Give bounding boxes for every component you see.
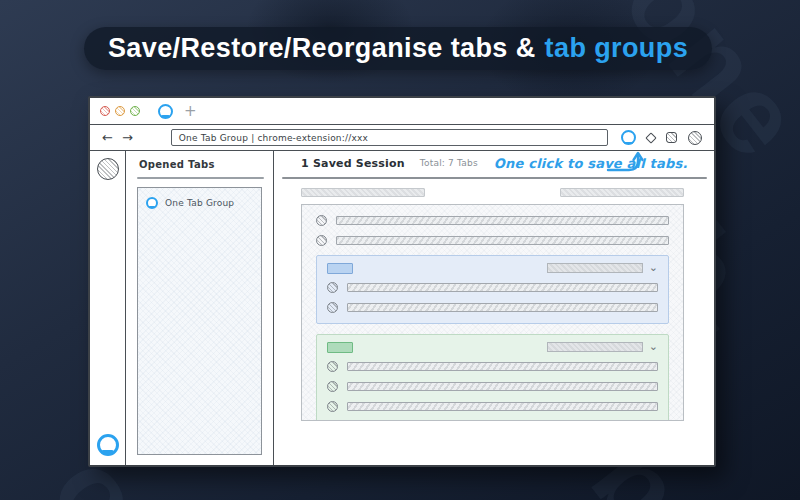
page: one ab. o o o b Save/Restore/Reorganise … bbox=[0, 0, 800, 500]
group-header: ⌄ bbox=[327, 342, 658, 353]
traffic-light-icon[interactable] bbox=[100, 106, 110, 116]
toolbar-icons bbox=[621, 130, 702, 145]
tab-row[interactable] bbox=[327, 302, 658, 313]
tab-row[interactable] bbox=[327, 381, 658, 392]
tab-title-placeholder bbox=[347, 283, 658, 292]
user-avatar-icon[interactable] bbox=[97, 158, 119, 180]
tab-row[interactable] bbox=[327, 401, 658, 412]
group-title-placeholder bbox=[547, 263, 643, 273]
extension-toolbar-icon[interactable] bbox=[621, 130, 636, 145]
tab-row[interactable] bbox=[316, 215, 669, 226]
tab-favicon-icon bbox=[316, 215, 327, 226]
traffic-light-icon[interactable] bbox=[115, 106, 125, 116]
left-rail bbox=[90, 151, 126, 465]
annotation-arrow-icon bbox=[606, 148, 650, 176]
browser-window: + ← → One Tab Group | chrome-extension:/… bbox=[88, 96, 716, 467]
banner-title-accent: tab groups bbox=[545, 33, 689, 64]
group-logo-icon bbox=[146, 197, 158, 209]
tab-title-placeholder bbox=[336, 236, 669, 245]
group-title-placeholder bbox=[547, 342, 643, 352]
session-header: 1 Saved Session Total: 7 Tabs One click … bbox=[274, 151, 714, 175]
url-bar[interactable]: One Tab Group | chrome-extension://xxx bbox=[171, 129, 608, 146]
chevron-down-icon[interactable]: ⌄ bbox=[649, 343, 658, 351]
group-name-chip[interactable] bbox=[327, 263, 353, 274]
url-text: One Tab Group | chrome-extension://xxx bbox=[179, 133, 368, 143]
tab-favicon-icon bbox=[327, 401, 338, 412]
tab-group-blue: ⌄ bbox=[316, 255, 669, 324]
sidebar-item-one-tab-group[interactable]: One Tab Group bbox=[146, 197, 253, 209]
traffic-lights bbox=[100, 106, 140, 116]
tab-row[interactable] bbox=[327, 361, 658, 372]
tab-title-placeholder bbox=[336, 216, 669, 225]
tab-title-placeholder bbox=[347, 362, 658, 371]
title-banner: Save/Restore/Reorganise tabs & tab group… bbox=[84, 27, 712, 70]
session-toolbar bbox=[301, 188, 684, 197]
sidebar: Opened Tabs One Tab Group bbox=[126, 151, 274, 465]
extensions-square-icon[interactable] bbox=[666, 132, 677, 143]
session-actions-placeholder bbox=[560, 188, 684, 197]
diamond-icon[interactable] bbox=[645, 132, 656, 143]
tab-title-placeholder bbox=[347, 402, 658, 411]
session-name-placeholder bbox=[301, 188, 425, 197]
sidebar-item-label: One Tab Group bbox=[165, 198, 234, 208]
extension-logo-icon bbox=[158, 104, 173, 119]
new-tab-icon[interactable]: + bbox=[184, 104, 197, 119]
traffic-light-icon[interactable] bbox=[130, 106, 140, 116]
tab-title-placeholder bbox=[347, 303, 658, 312]
tab-favicon-icon bbox=[316, 235, 327, 246]
session-area: 1 Saved Session Total: 7 Tabs One click … bbox=[274, 151, 714, 465]
annotation-text: One click to save all tabs. bbox=[494, 156, 688, 171]
group-name-chip[interactable] bbox=[327, 342, 353, 353]
group-header: ⌄ bbox=[327, 263, 658, 274]
forward-icon[interactable]: → bbox=[122, 131, 133, 144]
tab-row[interactable] bbox=[316, 235, 669, 246]
banner-title: Save/Restore/Reorganise tabs & bbox=[108, 33, 536, 64]
back-icon[interactable]: ← bbox=[102, 131, 113, 144]
tab-row[interactable] bbox=[327, 282, 658, 293]
window-content: Opened Tabs One Tab Group 1 Saved Sessio… bbox=[90, 151, 714, 465]
sidebar-divider bbox=[137, 177, 264, 179]
chevron-down-icon[interactable]: ⌄ bbox=[649, 264, 658, 272]
tab-group-green: ⌄ bbox=[316, 334, 669, 421]
tab-favicon-icon bbox=[327, 282, 338, 293]
tab-title-placeholder bbox=[347, 382, 658, 391]
tab-favicon-icon bbox=[327, 361, 338, 372]
opened-tabs-panel: One Tab Group bbox=[137, 187, 262, 456]
tab-groups: ⌄⌄ bbox=[316, 255, 669, 421]
session-panel: ⌄⌄ bbox=[301, 204, 684, 421]
ungrouped-tabs bbox=[316, 215, 669, 246]
session-total: Total: 7 Tabs bbox=[420, 158, 478, 168]
browser-titlebar: + bbox=[90, 98, 714, 125]
profile-avatar-icon[interactable] bbox=[688, 131, 702, 145]
sidebar-header: Opened Tabs bbox=[139, 159, 273, 170]
tab-favicon-icon bbox=[327, 302, 338, 313]
app-logo-icon[interactable] bbox=[97, 434, 119, 456]
session-divider bbox=[282, 177, 707, 179]
session-title: 1 Saved Session bbox=[301, 157, 405, 170]
tab-favicon-icon bbox=[327, 381, 338, 392]
